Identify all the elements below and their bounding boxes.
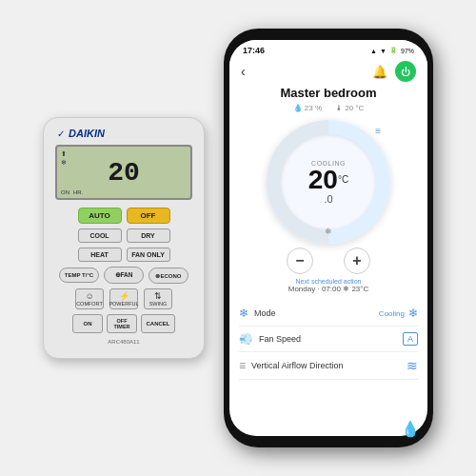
dial-menu-icon[interactable]: ≡	[375, 126, 381, 136]
auto-off-row: AUTO OFF	[51, 208, 196, 224]
timer-off-button[interactable]: OFF TIMER	[107, 314, 137, 333]
phone-screen: 17:46 ▲ ▼ 🔋 97% ‹ 🔔 ⏻ Maste	[229, 40, 427, 436]
status-bar: 17:46 ▲ ▼ 🔋 97%	[229, 40, 427, 57]
fan-button[interactable]: ⊕FAN	[104, 267, 144, 284]
dry-button[interactable]: DRY	[127, 228, 170, 243]
airflow-value-icon: ≋	[407, 358, 418, 373]
scheduled-action: Next scheduled action Monday · 07:00 ❄ 2…	[229, 278, 427, 293]
fan-setting-value: A	[403, 332, 418, 346]
auto-button[interactable]: AUTO	[78, 208, 122, 224]
mode-setting-icon: ❄	[239, 307, 248, 320]
powerful-button[interactable]: ⚡ POWERFUL	[109, 288, 138, 309]
temperature-unit: °C	[338, 173, 348, 184]
temperature-main: 20	[308, 165, 338, 194]
timer-on-button[interactable]: ON	[72, 314, 103, 333]
swing-label: SWING	[149, 301, 168, 307]
mode-setting-label: Mode	[254, 308, 276, 318]
scheduled-snowflake: ❄	[343, 285, 351, 293]
off-button[interactable]: OFF	[127, 208, 170, 224]
room-stats: 💧 23 % 🌡 20 °C	[229, 104, 427, 112]
wifi-icon: ▼	[380, 48, 387, 54]
fan-auto-badge: A	[403, 332, 418, 346]
scheduled-next-label: Next scheduled action	[229, 278, 427, 285]
smartphone: 17:46 ▲ ▼ 🔋 97% ‹ 🔔 ⏻ Maste	[224, 29, 433, 447]
model-number: ARC480A11	[51, 339, 196, 345]
powerful-label: POWERFUL	[109, 301, 138, 307]
dial-bottom-icon: ❄	[325, 227, 332, 236]
battery-percent: 97%	[401, 48, 414, 54]
mode-value-icon: ❄	[408, 307, 418, 320]
temperature-decimal: .0	[324, 193, 332, 205]
temp-button[interactable]: TEMP T/°C	[59, 268, 99, 283]
heat-button[interactable]: HEAT	[78, 248, 122, 262]
comfort-powerful-swing-row: ☺ COMFORT ⚡ POWERFUL ⇅ SWING	[51, 288, 196, 309]
back-button[interactable]: ‹	[241, 64, 246, 79]
airflow-setting-value: ≋	[407, 358, 418, 373]
room-title: Master bedroom	[229, 84, 427, 104]
screen-bottom-labels: ON HR.	[61, 189, 83, 195]
mode-setting[interactable]: ❄ Mode Cooling ❄	[239, 301, 418, 327]
comfort-button[interactable]: ☺ COMFORT	[75, 288, 104, 309]
water-drop-decoration: 💧	[401, 420, 420, 438]
dial-inner: COOLING 20°C .0	[281, 134, 376, 229]
humidity-stat: 💧 23 %	[293, 104, 322, 112]
airflow-setting-icon: ≡	[239, 359, 246, 372]
signal-icon: ▲	[370, 48, 377, 54]
on-label: ON	[61, 189, 69, 195]
heat-fan-row: HEAT FAN ONLY	[51, 248, 196, 262]
screen-mode-icons: ⬆ ❄	[61, 150, 67, 167]
comfort-label: COMFORT	[76, 301, 103, 307]
temperature-controls: − +	[229, 248, 427, 274]
remote-control: ✓ DAIKIN ⬆ ❄ 20 ON HR. AUTO OFF COOL DRY	[43, 117, 205, 359]
remote-screen: ⬆ ❄ 20 ON HR.	[55, 145, 192, 200]
header-icons: 🔔 ⏻	[372, 61, 416, 82]
airflow-setting-label: Vertical Airflow Direction	[251, 361, 344, 370]
econo-button[interactable]: ⊗ECONO	[149, 268, 188, 284]
airflow-setting[interactable]: ≡ Vertical Airflow Direction ≋	[239, 352, 418, 380]
screen-temperature: 20	[108, 158, 140, 188]
brand-name: DAIKIN	[69, 128, 105, 139]
temp-display: 20°C	[308, 167, 348, 193]
decrease-temp-button[interactable]: −	[287, 248, 313, 274]
status-time: 17:46	[243, 46, 265, 55]
dial-outer-ring: COOLING 20°C .0 ≡ ❄	[267, 120, 390, 244]
check-icon: ✓	[57, 129, 65, 139]
power-button[interactable]: ⏻	[395, 61, 416, 82]
scheduled-time: Monday · 07:00 ❄ 23°C	[229, 285, 427, 293]
fan-setting-label: Fan Speed	[259, 334, 301, 344]
increase-temp-button[interactable]: +	[344, 248, 370, 274]
temp-fan-econo-row: TEMP T/°C ⊕FAN ⊗ECONO	[51, 267, 196, 284]
app-header: ‹ 🔔 ⏻	[229, 57, 427, 84]
thermostat-dial[interactable]: COOLING 20°C .0 ≡ ❄	[229, 118, 427, 248]
fan-only-button[interactable]: FAN ONLY	[127, 248, 170, 262]
battery-icon: 🔋	[389, 47, 398, 54]
brand-logo: ✓ DAIKIN	[51, 128, 196, 139]
mode-setting-value: Cooling ❄	[379, 307, 418, 320]
power-icon: ⏻	[401, 67, 410, 77]
notification-button[interactable]: 🔔	[372, 65, 387, 79]
temperature-stat: 🌡 20 °C	[335, 104, 364, 112]
cool-button[interactable]: COOL	[78, 228, 122, 243]
timer-row: ON OFF TIMER CANCEL	[51, 314, 196, 333]
fan-setting-icon: 💨	[239, 332, 253, 346]
settings-list: ❄ Mode Cooling ❄ 💨 Fan Speed A	[229, 297, 427, 436]
cancel-button[interactable]: CANCEL	[141, 314, 175, 333]
status-icons: ▲ ▼ 🔋 97%	[370, 47, 414, 54]
swing-button[interactable]: ⇅ SWING	[144, 288, 172, 309]
fan-speed-setting[interactable]: 💨 Fan Speed A	[239, 327, 418, 352]
hr-label: HR.	[73, 189, 83, 195]
cool-dry-row: COOL DRY	[51, 228, 196, 243]
